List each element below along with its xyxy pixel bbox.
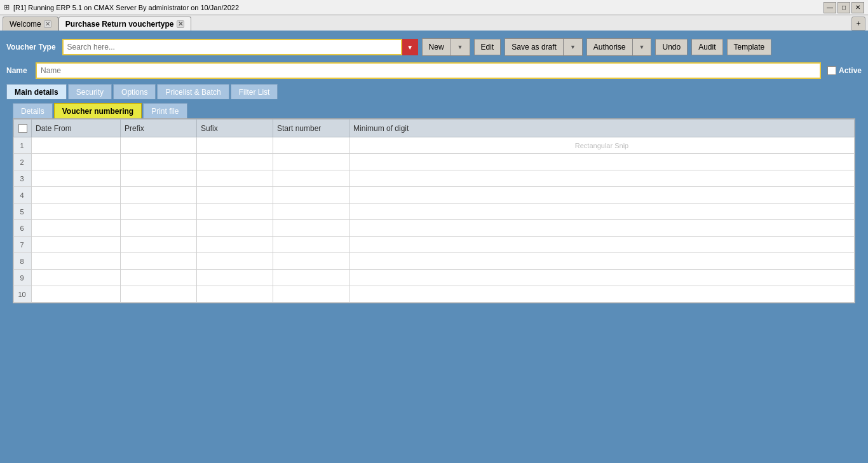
app-icon: ⊞ [4, 3, 10, 11]
cell-start-number[interactable] [273, 237, 349, 253]
table-row[interactable]: 5 [14, 204, 855, 220]
cell-min-digit[interactable]: Rectangular Snip [349, 137, 855, 154]
table-row[interactable]: 4 [14, 187, 855, 204]
cell-sufix[interactable] [197, 137, 273, 154]
cell-sufix[interactable] [197, 204, 273, 220]
cell-sufix[interactable] [197, 187, 273, 204]
save-as-draft-button[interactable]: Save as draft [505, 39, 564, 55]
sub-tab-details[interactable]: Details [13, 103, 53, 118]
sub-tab-voucher-numbering[interactable]: Voucher numbering [54, 103, 142, 118]
voucher-type-dropdown-button[interactable]: ▼ [402, 39, 418, 55]
audit-button[interactable]: Audit [691, 39, 722, 55]
table-row[interactable]: 1Rectangular Snip [14, 137, 855, 154]
add-tab-button[interactable]: + [851, 17, 865, 31]
voucher-type-search-input[interactable] [62, 39, 402, 55]
cell-sufix[interactable] [197, 253, 273, 270]
tab-purchase-return-close[interactable]: ✕ [177, 20, 184, 28]
sub-tab-print-file[interactable]: Print file [143, 103, 187, 118]
table-row[interactable]: 9 [14, 270, 855, 286]
cell-date-from[interactable] [32, 270, 121, 286]
cell-prefix[interactable] [121, 204, 197, 220]
cell-sufix[interactable] [197, 220, 273, 237]
cell-min-digit[interactable] [349, 154, 855, 170]
cell-prefix[interactable] [121, 170, 197, 187]
cell-sufix[interactable] [197, 154, 273, 170]
cell-sufix[interactable] [197, 286, 273, 303]
cell-date-from[interactable] [32, 286, 121, 303]
name-input[interactable] [36, 62, 821, 79]
voucher-type-search-container: ▼ [62, 39, 418, 55]
cell-prefix[interactable] [121, 270, 197, 286]
tab-filter-list[interactable]: Filter List [231, 84, 278, 99]
cell-prefix[interactable] [121, 237, 197, 253]
table-row[interactable]: 6 [14, 220, 855, 237]
tab-security[interactable]: Security [68, 84, 112, 99]
tab-pricelist-batch[interactable]: Pricelist & Batch [157, 84, 229, 99]
cell-min-digit[interactable] [349, 253, 855, 270]
cell-sufix[interactable] [197, 170, 273, 187]
cell-date-from[interactable] [32, 170, 121, 187]
template-button[interactable]: Template [727, 39, 772, 55]
row-num-cell: 6 [14, 220, 32, 237]
close-button[interactable]: ✕ [851, 2, 864, 13]
cell-start-number[interactable] [273, 170, 349, 187]
table-row[interactable]: 7 [14, 237, 855, 253]
window-title: [R1] Running ERP 5.1 on CMAX Server By a… [13, 4, 239, 11]
cell-prefix[interactable] [121, 137, 197, 154]
table-row[interactable]: 2 [14, 154, 855, 170]
tab-welcome[interactable]: Welcome ✕ [3, 17, 58, 31]
cell-sufix[interactable] [197, 270, 273, 286]
cell-date-from[interactable] [32, 237, 121, 253]
new-button[interactable]: New [423, 39, 451, 55]
cell-date-from[interactable] [32, 154, 121, 170]
row-num-cell: 5 [14, 204, 32, 220]
col-header-prefix: Prefix [121, 120, 197, 137]
bottom-area [6, 310, 862, 361]
authorise-arrow-button[interactable]: ▼ [633, 39, 651, 55]
cell-sufix[interactable] [197, 237, 273, 253]
row-num-cell: 10 [14, 286, 32, 303]
cell-start-number[interactable] [273, 137, 349, 154]
maximize-button[interactable]: □ [837, 2, 850, 13]
save-as-draft-arrow-button[interactable]: ▼ [564, 39, 582, 55]
cell-start-number[interactable] [273, 220, 349, 237]
new-arrow-button[interactable]: ▼ [451, 39, 470, 55]
edit-button[interactable]: Edit [474, 39, 501, 55]
cell-min-digit[interactable] [349, 187, 855, 204]
cell-date-from[interactable] [32, 220, 121, 237]
watermark-text: Rectangular Snip [575, 142, 628, 149]
cell-prefix[interactable] [121, 154, 197, 170]
cell-date-from[interactable] [32, 253, 121, 270]
cell-start-number[interactable] [273, 204, 349, 220]
cell-start-number[interactable] [273, 154, 349, 170]
cell-date-from[interactable] [32, 137, 121, 154]
tab-main-details[interactable]: Main details [6, 84, 67, 99]
table-row[interactable]: 8 [14, 253, 855, 270]
cell-min-digit[interactable] [349, 170, 855, 187]
cell-start-number[interactable] [273, 187, 349, 204]
cell-start-number[interactable] [273, 286, 349, 303]
cell-date-from[interactable] [32, 187, 121, 204]
cell-date-from[interactable] [32, 204, 121, 220]
cell-prefix[interactable] [121, 286, 197, 303]
table-row[interactable]: 10 [14, 286, 855, 303]
cell-prefix[interactable] [121, 187, 197, 204]
cell-min-digit[interactable] [349, 237, 855, 253]
active-checkbox[interactable]: ✓ [827, 66, 836, 75]
tab-purchase-return[interactable]: Purchase Return vouchertype ✕ [58, 17, 191, 31]
cell-min-digit[interactable] [349, 220, 855, 237]
cell-prefix[interactable] [121, 253, 197, 270]
cell-start-number[interactable] [273, 270, 349, 286]
cell-prefix[interactable] [121, 220, 197, 237]
undo-button[interactable]: Undo [655, 39, 688, 55]
cell-min-digit[interactable] [349, 204, 855, 220]
cell-min-digit[interactable] [349, 286, 855, 303]
cell-start-number[interactable] [273, 253, 349, 270]
table-row[interactable]: 3 [14, 170, 855, 187]
tab-welcome-close[interactable]: ✕ [44, 20, 51, 28]
authorise-button[interactable]: Authorise [587, 39, 633, 55]
new-button-group: New ▼ [422, 38, 470, 56]
minimize-button[interactable]: — [824, 2, 836, 13]
tab-options[interactable]: Options [113, 84, 156, 99]
cell-min-digit[interactable] [349, 270, 855, 286]
